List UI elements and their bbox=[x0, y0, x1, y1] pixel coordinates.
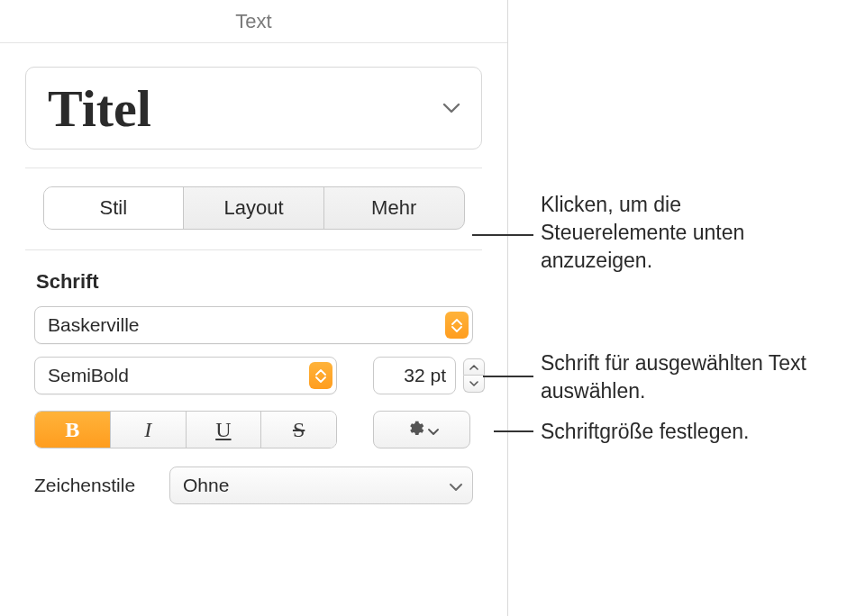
strikethrough-button[interactable]: S bbox=[260, 412, 336, 448]
font-family-value: Baskerville bbox=[48, 314, 140, 336]
stepper-down-button[interactable] bbox=[463, 376, 485, 393]
stepper-up-button[interactable] bbox=[463, 358, 485, 376]
font-size-input[interactable]: 32 pt bbox=[373, 357, 456, 394]
panel-title: Text bbox=[235, 10, 271, 33]
text-inspector-panel: Text Titel Stil Layout Mehr Schrift Bask… bbox=[0, 0, 508, 616]
font-section-label: Schrift bbox=[36, 270, 471, 294]
font-size-control: 32 pt bbox=[373, 357, 485, 394]
updown-arrows-icon bbox=[309, 362, 332, 389]
underline-label: U bbox=[215, 418, 231, 442]
panel-header: Text bbox=[0, 0, 507, 43]
chevron-down-icon bbox=[449, 475, 463, 496]
gear-icon bbox=[405, 418, 424, 442]
tab-layout-label: Layout bbox=[223, 196, 283, 220]
callout-line bbox=[494, 430, 533, 432]
font-weight-value: SemiBold bbox=[48, 365, 129, 386]
character-styles-value: Ohne bbox=[183, 475, 229, 496]
divider bbox=[25, 168, 482, 168]
callout-tabs: Klicken, um die Steuerelemente unten anz… bbox=[541, 191, 829, 275]
font-size-value: 32 pt bbox=[404, 365, 446, 386]
tab-segmented-control: Stil Layout Mehr bbox=[43, 186, 465, 230]
italic-button[interactable]: I bbox=[110, 412, 186, 448]
character-styles-popup[interactable]: Ohne bbox=[169, 467, 473, 504]
callout-font-family: Schrift für ausgewählten Text auswählen. bbox=[541, 349, 847, 405]
tab-style[interactable]: Stil bbox=[44, 187, 184, 229]
advanced-options-button[interactable] bbox=[373, 411, 470, 448]
font-family-popup[interactable]: Baskerville bbox=[34, 306, 473, 344]
updown-arrows-icon bbox=[445, 312, 469, 339]
callout-font-size: Schriftgröße festlegen. bbox=[541, 418, 847, 446]
bold-button[interactable]: B bbox=[35, 412, 110, 448]
font-size-stepper bbox=[463, 357, 485, 394]
chevron-down-icon bbox=[440, 96, 463, 120]
tab-more-label: Mehr bbox=[371, 196, 416, 220]
underline-button[interactable]: U bbox=[186, 412, 261, 448]
bold-label: B bbox=[65, 418, 79, 442]
callout-line bbox=[472, 234, 533, 236]
strikethrough-label: S bbox=[293, 418, 305, 442]
callout-line bbox=[483, 376, 533, 377]
italic-label: I bbox=[144, 418, 151, 442]
font-controls: Baskerville SemiBold 32 pt bbox=[34, 306, 473, 504]
paragraph-style-popup[interactable]: Titel bbox=[25, 67, 482, 149]
character-styles-label: Zeichenstile bbox=[34, 475, 157, 496]
paragraph-style-label: Titel bbox=[48, 78, 151, 139]
font-weight-popup[interactable]: SemiBold bbox=[34, 357, 337, 394]
tab-style-label: Stil bbox=[100, 196, 128, 220]
tab-more[interactable]: Mehr bbox=[323, 187, 464, 229]
chevron-down-icon bbox=[428, 420, 439, 440]
divider bbox=[25, 249, 482, 250]
tab-layout[interactable]: Layout bbox=[183, 187, 323, 229]
text-format-group: B I U S bbox=[34, 411, 337, 448]
